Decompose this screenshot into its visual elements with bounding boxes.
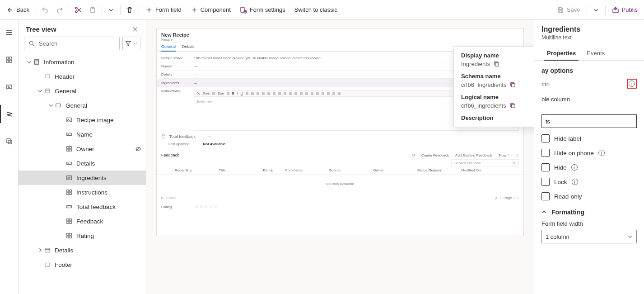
chevron-right-icon [37, 247, 44, 254]
rating-stars[interactable]: ☆ ☆ ☆ ☆ ☆ [195, 204, 217, 209]
col-header[interactable]: Title [219, 168, 263, 172]
back-button[interactable]: Back [2, 3, 34, 17]
chevron-down-icon [37, 87, 44, 95]
tree-search-input[interactable] [38, 40, 116, 47]
cut-button[interactable] [71, 3, 85, 17]
section-icon [44, 73, 51, 80]
col-header[interactable]: Rating [263, 168, 285, 172]
tree-node-rating[interactable]: Rating [19, 228, 146, 243]
save-menu-button[interactable] [589, 3, 603, 17]
delete-button[interactable] [122, 3, 137, 17]
redo-button[interactable] [52, 3, 67, 17]
info-icon: i [572, 179, 578, 185]
switch-to-classic-button[interactable]: Switch to classic [290, 3, 342, 17]
form-settings-button[interactable]: Form settings [235, 3, 290, 17]
hide-on-phone-checkbox[interactable]: Hide on phonei [541, 149, 637, 157]
add-form-field-button[interactable]: Form field [141, 3, 186, 17]
feedback-search[interactable]: Search this view [451, 159, 519, 166]
form-tab-details[interactable]: Details [182, 44, 195, 51]
lock-checkbox[interactable]: Locki [541, 178, 637, 186]
feedback-flow[interactable]: Flow ˅ [499, 153, 509, 157]
tree-label: Header [55, 73, 75, 80]
section-label: ay options [541, 67, 573, 74]
col-header[interactable]: Source [329, 168, 373, 172]
tree-node-information[interactable]: Information [19, 55, 146, 69]
tree-node-header[interactable]: Header [19, 69, 146, 84]
feedback-add-existing[interactable]: Add Existing Feedback [455, 153, 492, 157]
hide-label-checkbox[interactable]: Hide label [541, 134, 637, 142]
svg-rect-37 [67, 233, 69, 235]
form-subtitle: Recipe [161, 38, 519, 42]
svg-rect-25 [70, 149, 71, 151]
tree-node-general-section[interactable]: General [19, 98, 146, 113]
feedback-refresh[interactable] [411, 153, 415, 157]
tree-node-owner[interactable]: Owner [19, 142, 146, 156]
save-button[interactable]: Save [552, 3, 585, 17]
tree-node-total-feedback[interactable]: Total feedback [19, 199, 146, 214]
save-label: Save [567, 6, 580, 13]
chevron-down-icon [593, 6, 600, 14]
col-header[interactable]: Status Reason [417, 168, 462, 172]
svg-point-0 [75, 11, 77, 13]
tree-node-recipe-image[interactable]: Recipe image [19, 113, 146, 127]
rail-layers[interactable] [0, 132, 18, 150]
read-only-checkbox[interactable]: Read-only [541, 192, 637, 200]
label-input[interactable] [541, 114, 637, 128]
popover-value: crfb6_ingredients [461, 102, 506, 109]
info-highlight[interactable]: i [627, 79, 637, 89]
hide-checkbox[interactable]: Hidei [541, 163, 637, 171]
form-field-width-select[interactable]: 1 column [541, 230, 637, 243]
tree-label: Total feedback [76, 204, 116, 210]
undo-button[interactable] [38, 3, 52, 17]
rail-components[interactable] [0, 51, 18, 69]
section-display-options[interactable]: ay options [541, 67, 637, 74]
properties-pane: Ingredients Multiline text Properties Ev… [534, 20, 644, 294]
add-component-button[interactable]: Component [186, 3, 235, 17]
form-tab-general[interactable]: General [161, 44, 176, 51]
copy-button[interactable] [510, 103, 516, 109]
col-header[interactable]: Owner [373, 168, 417, 172]
feedback-columns: Regarding Title Rating Comments Source O… [157, 168, 523, 175]
copy-button[interactable] [510, 82, 516, 88]
field-label: Form field width [541, 220, 637, 227]
svg-rect-45 [495, 63, 499, 66]
tab-properties[interactable]: Properties [541, 45, 581, 60]
chk-label: Read-only [554, 193, 582, 200]
tab-events[interactable]: Events [581, 45, 610, 60]
svg-rect-22 [67, 147, 69, 148]
tree-node-instructions[interactable]: Instructions [19, 185, 146, 199]
close-tree-button[interactable] [131, 26, 139, 33]
field-value: This record hasn't been created yet. To … [194, 56, 321, 60]
tree-node-name[interactable]: Name [19, 127, 146, 142]
publish-button[interactable]: Publis [607, 3, 642, 17]
tree-search-input-wrap[interactable] [24, 37, 120, 50]
rail-tree-view[interactable] [0, 105, 18, 123]
field-value: --- [194, 81, 197, 85]
rte-font: Font [203, 92, 210, 95]
tree-node-details-tab[interactable]: Details [19, 243, 146, 257]
paste-menu-button[interactable] [104, 3, 118, 17]
tree-label: Details [76, 160, 95, 167]
copy-button[interactable] [494, 61, 499, 67]
rail-text-field[interactable] [0, 78, 18, 96]
feedback-create[interactable]: Create Feedback [421, 153, 449, 157]
feedback-heading: Feedback [161, 153, 179, 157]
top-command-bar: Back Form field Component Form settings … [0, 0, 644, 20]
svg-rect-33 [67, 219, 69, 221]
svg-rect-38 [70, 233, 71, 235]
rail-hamburger[interactable] [0, 24, 18, 42]
tree-node-general-tab[interactable]: General [19, 84, 146, 98]
col-header[interactable]: Regarding [175, 168, 219, 172]
tree-node-feedback[interactable]: Feedback [19, 214, 146, 228]
svg-rect-29 [70, 190, 71, 192]
tree-node-ingredients[interactable]: Ingredients [19, 171, 146, 185]
svg-rect-36 [70, 222, 71, 223]
section-formatting[interactable]: Formatting [541, 209, 637, 216]
tree-node-details[interactable]: Details [19, 156, 146, 171]
tree-filter-button[interactable] [122, 37, 140, 50]
paste-button[interactable] [85, 3, 100, 17]
col-header[interactable]: Comments [285, 168, 329, 172]
svg-rect-34 [70, 219, 71, 221]
tree-node-footer[interactable]: Footer [19, 257, 146, 272]
col-header[interactable]: Modified On [461, 168, 505, 172]
